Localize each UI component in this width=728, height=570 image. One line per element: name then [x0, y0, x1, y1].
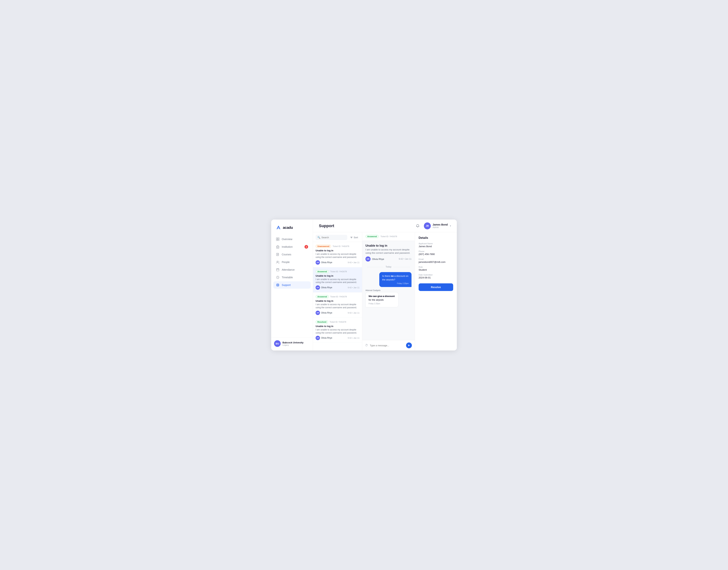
svg-point-9 — [277, 284, 278, 286]
ticket-time: 9:42 • Jan 11 — [348, 312, 359, 314]
notification-button[interactable] — [414, 223, 421, 229]
ticket-avatar: OR — [316, 260, 320, 265]
chevron-down-icon: ▾ — [450, 225, 451, 227]
sidebar-item-institution[interactable]: Institution 2 — [274, 243, 311, 250]
chat-time: 9:42 • Jan 11 — [399, 258, 411, 260]
detail-date: Date Submitted 2024-06-01 — [419, 274, 453, 279]
school-info: Babcock Univesity Legacy — [283, 341, 304, 346]
today-divider: Today — [365, 266, 411, 268]
agent-message-bubble: We can give a discount for the airpods F… — [365, 292, 399, 307]
sidebar-item-label-overview: Overview — [282, 238, 292, 241]
sidebar-item-label-institution: Institution — [282, 245, 293, 248]
sidebar-item-attendance[interactable]: Attendance — [274, 266, 311, 273]
user-role: Admin — [432, 226, 448, 229]
badge-resolved: Resolved — [316, 320, 328, 324]
sort-button[interactable]: Sort — [349, 235, 359, 240]
user-avatar: JB — [424, 223, 431, 229]
ticket-desc: I am unable to access my account despite… — [316, 253, 359, 259]
ticket-avatar: OR — [316, 336, 320, 340]
sort-icon — [350, 236, 353, 239]
ticket-user-row: OR Olivia Rhye 9:42 • Jan 11 — [316, 260, 359, 265]
detail-label-date: Date Submitted — [419, 274, 453, 276]
ticket-title: Unable to log in — [316, 325, 359, 328]
sidebar-item-support[interactable]: Support — [274, 281, 311, 289]
ticket-user-row: OR Olivia Rhye 9:42 • Jan 11 — [316, 285, 359, 290]
sidebar-item-label-courses: Courses — [282, 253, 291, 256]
ticket-title: Unable to log in — [316, 300, 359, 302]
user-menu[interactable]: JB James Bond Admin ▾ — [424, 223, 451, 229]
chat-messages: Unable to log in I am unable to access m… — [362, 241, 415, 340]
resolve-button[interactable]: Resolve — [419, 283, 453, 291]
ticket-username: Olivia Rhye — [321, 337, 332, 339]
sidebar-item-courses[interactable]: Courses — [274, 251, 311, 258]
logo-text: acadu — [283, 226, 293, 230]
sidebar-item-timetable[interactable]: Timetable — [274, 274, 311, 281]
details-panel: Details Applicant Name James Bond Phone … — [415, 232, 457, 350]
chat-header-ticket-id: Ticket ID: YHG678 — [381, 235, 397, 238]
chat-intro: Unable to log in I am unable to access m… — [365, 244, 411, 262]
timer-icon: ⏱ — [365, 344, 368, 347]
ticket-list: Unanswered Ticket ID: YHG678 Unable to l… — [313, 242, 362, 350]
user-message-text: Is there no a discount on the airpods? — [382, 275, 408, 281]
search-input[interactable] — [321, 236, 345, 239]
svg-text:BU: BU — [276, 342, 279, 345]
ticket-id: Ticket ID: YHG678 — [330, 321, 346, 323]
detail-label-applicant: Applicant Name — [419, 242, 453, 245]
ticket-user-row: OR Olivia Rhye 9:42 • Jan 11 — [316, 311, 359, 315]
bell-icon — [416, 224, 419, 228]
chat-input[interactable] — [370, 344, 404, 347]
sidebar-nav: Overview Institution 2 Courses — [271, 236, 313, 335]
sidebar-item-overview[interactable]: Overview — [274, 236, 311, 243]
sort-label: Sort — [354, 236, 358, 239]
svg-rect-6 — [277, 269, 279, 271]
send-button[interactable] — [406, 342, 412, 348]
ticket-item[interactable]: Unanswered Ticket ID: YHG678 Unable to l… — [313, 242, 362, 267]
badge-answered: Answered — [316, 295, 329, 298]
ticket-desc: I am unable to access my account despite… — [316, 328, 359, 334]
details-title: Details — [419, 236, 453, 240]
ticket-item[interactable]: Resolved Ticket ID: YHG678 Unable to log… — [313, 318, 362, 343]
ticket-time: 9:42 • Jan 11 — [348, 261, 359, 264]
ticket-title: Unable to log in — [316, 274, 359, 277]
calendar-icon — [276, 268, 280, 272]
ticket-id: Ticket ID: YHG678 — [333, 245, 349, 247]
ticket-meta: Answered Ticket ID: YHG678 — [316, 270, 359, 273]
sidebar-item-label-people: People — [282, 261, 290, 264]
ticket-avatar: OR — [316, 311, 320, 315]
grid-icon — [276, 237, 280, 241]
sidebar-item-people[interactable]: People — [274, 258, 311, 266]
detail-label-phone: Phone — [419, 250, 453, 252]
agent-message-wrap: Adereal Gadgets We can give a discount f… — [365, 289, 399, 307]
ticket-username: Olivia Rhye — [321, 261, 332, 264]
ticket-user-info: OR Olivia Rhye — [316, 285, 332, 290]
user-message-time: Friday 2:20pm — [382, 282, 409, 285]
detail-value-applicant: James Bond — [419, 245, 453, 248]
ticket-time: 9:42 • Jan 11 — [348, 286, 359, 289]
chat-panel: Answered Ticket ID: YHG678 Unable to log… — [362, 232, 415, 350]
chat-input-bar: ⏱ — [362, 340, 415, 350]
ticket-user-row: OR Olivia Rhye 9:42 • Jan 11 — [316, 336, 359, 340]
building-icon — [276, 245, 280, 249]
chat-username: Olivia Rhye — [372, 258, 384, 260]
svg-rect-2 — [276, 239, 278, 241]
ticket-avatar: OR — [316, 285, 320, 290]
school-name: Babcock Univesity — [283, 341, 304, 344]
ticket-username: Olivia Rhye — [321, 312, 332, 314]
svg-rect-0 — [276, 238, 278, 239]
chat-header: Answered Ticket ID: YHG678 — [362, 232, 415, 241]
ticket-id: Ticket ID: YHG678 — [330, 270, 347, 273]
ticket-item[interactable]: Answered Ticket ID: YHG678 Unable to log… — [313, 292, 362, 318]
institution-badge: 2 — [305, 245, 308, 249]
users-icon — [276, 260, 280, 264]
detail-role: Role Student — [419, 266, 453, 271]
app-container: acadu Overview Institution — [271, 220, 457, 350]
ticket-desc: I am unable to access my account despite… — [316, 303, 359, 309]
sidebar-logo: acadu — [271, 220, 313, 236]
detail-email: Email jamesbond007@mi6.com — [419, 258, 453, 263]
sidebar-item-label-attendance: Attendance — [282, 268, 295, 271]
chat-user-row: OR Olivia Rhye 9:42 • Jan 11 — [365, 256, 411, 262]
user-message-bubble: Is there no a discount on the airpods? F… — [379, 272, 411, 287]
ticket-item[interactable]: Answered Ticket ID: YHG678 Unable to log… — [313, 267, 362, 293]
svg-rect-3 — [278, 239, 279, 241]
chat-avatar: OR — [365, 256, 371, 262]
